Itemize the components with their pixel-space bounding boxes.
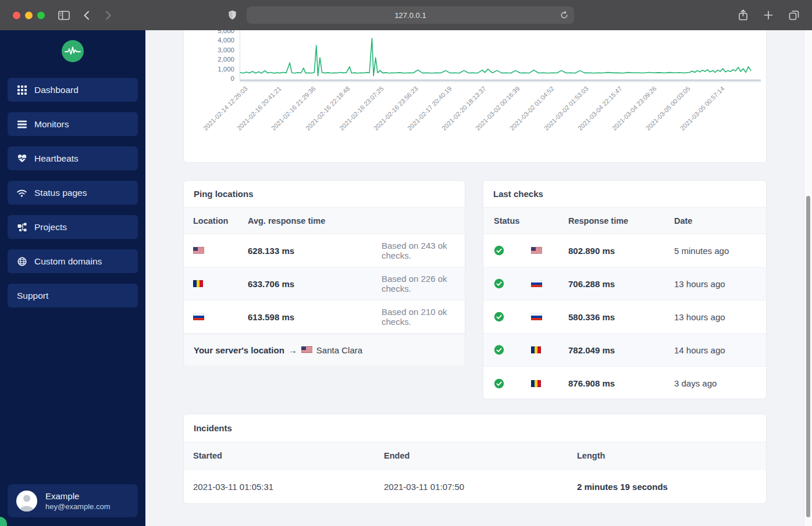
us-flag-icon (301, 346, 312, 353)
privacy-report-button[interactable] (223, 6, 241, 24)
table-header: Status Response time Date (483, 207, 766, 234)
table-row: 802.890 ms 5 minutes ago (483, 234, 766, 267)
share-icon (738, 9, 748, 21)
response-time-chart-card: 01,0002,0003,0004,0005,000 2021-02-14 12… (183, 30, 767, 163)
check-circle-icon (494, 378, 504, 389)
last-checks-card: Last checks Status Response time Date 80… (483, 180, 767, 399)
scrollbar-thumb[interactable] (806, 196, 810, 517)
reload-icon (560, 11, 568, 19)
address-bar[interactable]: 127.0.0.1 (247, 6, 574, 24)
sitemap-icon (17, 222, 27, 232)
y-tick-label: 1,000 (184, 66, 234, 73)
column-header: Length (577, 442, 766, 469)
back-button[interactable] (77, 6, 95, 24)
checks-note: Based on 243 ok checks. (382, 234, 465, 267)
response-time: 876.908 ms (568, 367, 674, 400)
fullscreen-window-button[interactable] (37, 12, 45, 19)
sidebar-item-label: Dashboard (34, 85, 79, 95)
y-tick-label: 4,000 (184, 37, 234, 44)
response-time: 802.890 ms (568, 234, 674, 267)
user-menu[interactable]: Example hey@example.com (8, 484, 138, 517)
x-tick-label: 2021-02-16 23:07:25 (338, 85, 385, 132)
checks-note: Based on 226 ok checks. (382, 267, 465, 300)
sidebar-item-monitors[interactable]: Monitors (8, 112, 138, 136)
avg-response-time: 633.706 ms (248, 267, 382, 300)
sidebar-item-projects[interactable]: Projects (8, 215, 138, 239)
x-tick-label: 2021-02-16 22:18:48 (304, 85, 351, 132)
ro-flag-icon (193, 280, 203, 287)
chart-svg (184, 30, 767, 84)
x-tick-label: 2021-02-14 12:26:03 (202, 85, 249, 132)
list-icon (17, 119, 27, 129)
x-tick-label: 2021-02-20 18:13:37 (440, 85, 487, 132)
sidebar: Dashboard Monitors Heartbeats (0, 30, 145, 526)
column-header: Ended (384, 442, 577, 469)
server-location-footer: Your server's location → Santa Clara (184, 334, 465, 366)
server-city: Santa Clara (316, 345, 362, 355)
avatar (16, 491, 37, 511)
table-row: 613.598 ms Based on 210 ok checks. (184, 300, 465, 334)
sidebar-item-status-pages[interactable]: Status pages (8, 181, 138, 205)
main-content: 01,0002,0003,0004,0005,000 2021-02-14 12… (145, 30, 812, 526)
heartbeat-icon (17, 153, 27, 163)
sidebar-item-label: Status pages (34, 188, 87, 198)
x-tick-label: 2021-02-17 20:40:19 (406, 85, 453, 132)
globe-icon (17, 256, 27, 266)
url-text: 127.0.0.1 (394, 11, 426, 20)
avg-response-time: 628.133 ms (248, 234, 382, 267)
column-header: Started (193, 442, 384, 469)
table-row: 633.706 ms Based on 226 ok checks. (184, 267, 465, 300)
check-circle-icon (494, 345, 504, 355)
sidebar-toggle-button[interactable] (55, 6, 73, 24)
response-time: 782.049 ms (568, 334, 674, 366)
y-tick-label: 5,000 (184, 30, 234, 34)
x-tick-label: 2021-03-05 00:03:05 (644, 85, 692, 132)
arrow-right-icon: → (289, 345, 297, 355)
x-tick-label: 2021-02-16 21:29:36 (270, 85, 317, 132)
avg-response-time: 613.598 ms (248, 300, 382, 333)
sidebar-item-label: Heartbeats (34, 153, 79, 164)
plus-icon (764, 10, 773, 20)
check-circle-icon (494, 245, 504, 256)
check-date: 14 hours ago (674, 334, 766, 366)
response-time: 580.336 ms (568, 300, 674, 333)
incident-length: 2 minutes 19 seconds (577, 470, 766, 504)
grid-icon (17, 85, 27, 95)
close-window-button[interactable] (13, 12, 20, 19)
app-logo[interactable] (62, 40, 84, 62)
x-tick-label: 2021-03-02 01:53:03 (542, 85, 589, 132)
incident-started: 2021-03-11 01:05:31 (193, 470, 384, 504)
table-row: 580.336 ms 13 hours ago (483, 300, 766, 334)
sidebar-item-label: Custom domains (34, 256, 102, 267)
tab-overview-button[interactable] (785, 6, 803, 24)
column-header: Response time (568, 207, 674, 234)
x-tick-label: 2021-03-02 00:16:39 (474, 85, 521, 132)
shield-icon (228, 10, 237, 20)
check-circle-icon (494, 312, 504, 322)
minimize-window-button[interactable] (25, 12, 33, 19)
wifi-icon (17, 188, 27, 198)
x-tick-label: 2021-02-16 20:41:21 (236, 85, 283, 132)
back-chevron-icon (83, 10, 90, 20)
sidebar-item-label: Monitors (34, 119, 69, 130)
checks-note: Based on 210 ok checks. (382, 300, 465, 333)
forward-button[interactable] (99, 6, 117, 24)
share-button[interactable] (734, 6, 752, 24)
traffic-lights (13, 12, 45, 19)
user-name: Example (45, 491, 110, 501)
new-tab-button[interactable] (760, 6, 777, 24)
response-time-chart: 01,0002,0003,0004,0005,000 2021-02-14 12… (184, 30, 766, 162)
sidebar-item-heartbeats[interactable]: Heartbeats (8, 146, 138, 170)
ping-locations-card: Ping locations Location Avg. response ti… (183, 180, 465, 366)
sidebar-item-custom-domains[interactable]: Custom domains (8, 249, 138, 273)
card-title: Last checks (483, 181, 766, 207)
reload-button[interactable] (559, 10, 569, 20)
table-row: 876.908 ms 3 days ago (483, 367, 766, 400)
table-header: Started Ended Length (184, 442, 766, 470)
sidebar-nav: Dashboard Monitors Heartbeats (0, 78, 145, 307)
sidebar-item-label: Projects (34, 222, 67, 232)
x-tick-label: 2021-03-05 00:57:14 (679, 85, 726, 132)
sidebar-item-support[interactable]: Support (8, 284, 138, 307)
sidebar-item-dashboard[interactable]: Dashboard (8, 78, 138, 102)
x-tick-label: 2021-02-16 23:56:23 (372, 85, 419, 132)
